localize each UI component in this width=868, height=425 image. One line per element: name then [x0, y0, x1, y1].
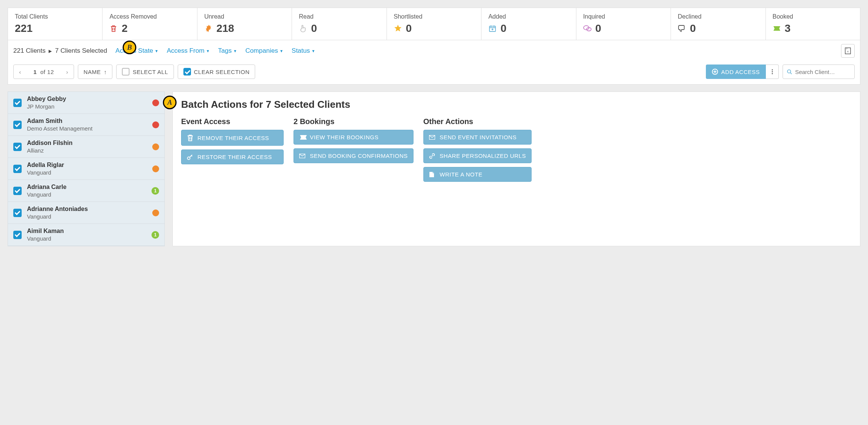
client-name: Adam Smith	[27, 118, 147, 124]
batch-button[interactable]: REMOVE THEIR ACCESS	[181, 130, 284, 146]
stat-cell[interactable]: Total Clients221	[8, 8, 103, 40]
batch-button[interactable]: SHARE PERSONALIZED URLS	[423, 148, 532, 163]
stat-cell[interactable]: Access Removed2	[103, 8, 197, 40]
client-item[interactable]: Addison FilshinAllianz	[8, 136, 164, 158]
client-company: Allianz	[27, 147, 147, 154]
search-input[interactable]	[795, 69, 851, 75]
dots-vertical-icon	[772, 69, 773, 74]
stat-cell[interactable]: Booked3	[766, 8, 860, 40]
client-company: Vanguard	[27, 191, 146, 198]
batch-button[interactable]: RESTORE THEIR ACCESS	[181, 150, 284, 164]
svg-point-6	[772, 69, 773, 71]
select-all-label: SELECT ALL	[133, 69, 168, 75]
client-info: Adriana CarleVanguard	[27, 184, 146, 198]
envelope-icon	[429, 135, 435, 140]
client-checkbox[interactable]	[13, 165, 22, 173]
client-item[interactable]: Adrianne AntoniadesVanguard	[8, 202, 164, 224]
client-checkbox[interactable]	[13, 143, 22, 151]
batch-column-title: Event Access	[181, 117, 284, 126]
pager-prev[interactable]: ‹	[14, 65, 27, 79]
stat-cell[interactable]: Shortlisted0	[387, 8, 481, 40]
client-name: Adriana Carle	[27, 184, 146, 190]
client-item[interactable]: Abbey GebbyJP Morgan	[8, 92, 164, 114]
stat-cell[interactable]: Added0	[481, 8, 576, 40]
trash-icon	[109, 24, 118, 33]
stat-label: Declined	[678, 13, 758, 20]
stat-value: 0	[406, 22, 412, 35]
stat-cell[interactable]: Inquired0	[576, 8, 671, 40]
batch-columns: Event AccessREMOVE THEIR ACCESSRESTORE T…	[181, 117, 852, 186]
batch-button[interactable]: WRITE A NOTE	[423, 167, 532, 182]
client-info: Adrianne AntoniadesVanguard	[27, 206, 147, 220]
more-button[interactable]	[766, 65, 779, 79]
batch-title: Batch Actions for 7 Selected Clients	[181, 99, 852, 110]
select-all-button[interactable]: SELECT ALL	[116, 65, 174, 79]
stat-cell[interactable]: Declined0	[671, 8, 765, 40]
chevron-right-icon: ▸	[49, 47, 52, 55]
breadcrumb: 221 Clients ▸ 7 Clients Selected	[13, 47, 107, 55]
client-checkbox[interactable]	[13, 209, 22, 217]
client-list: Abbey GebbyJP MorganAdam SmithDemo Asset…	[8, 91, 165, 246]
annotation-a: A	[163, 96, 177, 109]
arrow-up-icon: ↑	[104, 69, 107, 75]
stat-value: 218	[216, 22, 234, 35]
pager-next[interactable]: ›	[61, 65, 74, 79]
batch-panel: A Batch Actions for 7 Selected Clients E…	[172, 91, 860, 246]
pager-text: 1 of 12	[30, 69, 58, 75]
chat-icon	[583, 24, 592, 33]
filter-companies[interactable]: Companies ▼	[245, 47, 283, 55]
clear-selection-button[interactable]: CLEAR SELECTION	[178, 65, 256, 79]
filter-access-from[interactable]: Access From ▼	[167, 47, 210, 55]
filter-access-state[interactable]: Access State ▼	[115, 47, 158, 55]
caret-down-icon: ▼	[155, 49, 158, 53]
batch-button-label: SEND EVENT INVITATIONS	[440, 134, 517, 140]
status-dot	[152, 209, 159, 216]
stat-cell[interactable]: Read0	[292, 8, 387, 40]
client-item[interactable]: Adam SmithDemo Asset Management	[8, 114, 164, 136]
stats-row: Total Clients221Access Removed2Unread218…	[8, 8, 860, 40]
filter-bar: 221 Clients ▸ 7 Clients Selected B Acces…	[8, 40, 860, 61]
svg-point-7	[772, 71, 773, 72]
caret-down-icon: ▼	[206, 49, 210, 53]
status-badge: 1	[152, 231, 159, 239]
batch-button[interactable]: SEND EVENT INVITATIONS	[423, 130, 532, 145]
envelope-icon	[299, 154, 305, 158]
add-access-label: ADD ACCESS	[721, 69, 760, 75]
calendar-add-icon	[488, 24, 497, 33]
stat-label: Access Removed	[109, 13, 190, 20]
filter-tags[interactable]: Tags ▼	[218, 47, 237, 55]
annotation-b: B	[123, 41, 136, 54]
breadcrumb-total: 221 Clients	[13, 47, 46, 55]
client-checkbox[interactable]	[13, 187, 22, 195]
svg-text:x: x	[847, 50, 849, 53]
filter-status[interactable]: Status ▼	[292, 47, 315, 55]
checkbox-checked-icon	[183, 68, 191, 76]
batch-button-label: RESTORE THEIR ACCESS	[197, 154, 272, 160]
caret-down-icon: ▼	[311, 49, 315, 53]
client-checkbox[interactable]	[13, 121, 22, 129]
sort-button[interactable]: NAME ↑	[78, 65, 112, 79]
client-item[interactable]: Aimil KamanVanguard1	[8, 224, 164, 246]
batch-column: Event AccessREMOVE THEIR ACCESSRESTORE T…	[181, 117, 284, 186]
export-button[interactable]: x	[841, 44, 855, 58]
client-company: JP Morgan	[27, 103, 147, 110]
batch-button[interactable]: SEND BOOKING CONFIRMATIONS	[294, 148, 413, 163]
client-checkbox[interactable]	[13, 231, 22, 239]
status-dot	[152, 165, 159, 172]
search-box[interactable]	[783, 65, 855, 79]
add-access-button[interactable]: ADD ACCESS	[706, 65, 766, 79]
plus-circle-icon	[712, 69, 718, 75]
client-item[interactable]: Adriana CarleVanguard1	[8, 180, 164, 202]
batch-button[interactable]: VIEW THEIR BOOKINGS	[294, 130, 413, 145]
client-name: Addison Filshin	[27, 140, 147, 146]
note-icon	[429, 172, 435, 178]
client-info: Abbey GebbyJP Morgan	[27, 96, 147, 110]
stat-value: 2	[122, 22, 128, 35]
client-company: Demo Asset Management	[27, 125, 147, 132]
svg-point-10	[188, 157, 190, 159]
client-checkbox[interactable]	[13, 99, 22, 107]
key-icon	[187, 154, 193, 160]
pager-page: 1	[33, 69, 37, 75]
client-item[interactable]: Adella RiglarVanguard	[8, 158, 164, 180]
stat-cell[interactable]: Unread218	[197, 8, 292, 40]
